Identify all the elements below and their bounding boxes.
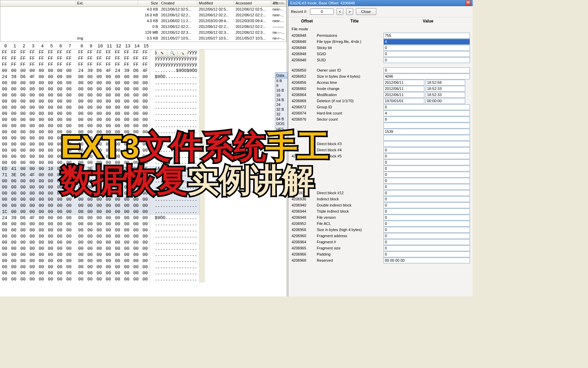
inode-value-input[interactable] [383,202,470,208]
hex-row[interactable]: FFFFFFFFFFFFFFFFFFFFFFFFFFFFFFFF ÿÿÿÿÿÿÿ… [0,62,199,68]
inode-value-input[interactable] [383,221,470,227]
hex-row[interactable]: 00000000000000000000000000000000 .......… [0,190,199,197]
inode-value-input[interactable] [383,57,470,63]
hex-row[interactable]: 00000000000000000000000000000000 .......… [0,270,199,276]
inode-value-time[interactable] [426,98,465,104]
inode-value-input[interactable] [383,147,470,153]
inode-value-input[interactable] [383,166,470,171]
table-row[interactable]: 4.0 KB2011/06/02 11:2...2012/03/20 09:4.… [0,18,286,24]
inode-value-date[interactable] [383,98,424,104]
arrow-icon[interactable]: ↘ [177,50,187,56]
inode-value-input[interactable] [383,51,470,57]
inode-value-input[interactable] [383,33,470,39]
col-name[interactable] [0,0,76,6]
inode-value-input[interactable] [383,239,470,245]
hex-row[interactable]: 00000000000000000000000000000000 .......… [0,148,199,154]
hex-row[interactable]: 00000000000000000000000000000000 .......… [0,203,199,209]
table-row[interactable]: 16.0 KB2012/06/12 02:2...2012/06/12 02:2… [0,13,286,18]
hex-row[interactable]: 1C000000000000000000000000000000 .......… [0,209,199,215]
pencil-icon[interactable]: ✎ [157,50,167,56]
col-size[interactable]: Size [138,0,160,6]
inode-value-input[interactable] [383,45,470,51]
next-button[interactable]: > [346,8,353,15]
hex-row[interactable]: 00000000000000000000000000000000 .......… [0,246,199,252]
inode-value-input[interactable] [383,215,470,220]
col-accessed[interactable]: Accessed [234,0,271,6]
inode-value-input[interactable] [383,129,470,135]
inode-value-input[interactable] [383,141,470,147]
window-close-icon[interactable]: ✕ [466,0,471,5]
record-input[interactable] [310,9,334,15]
hex-row[interactable]: 00000000000000000000000000000000 .......… [0,184,199,190]
hex-row[interactable]: 00000000000000000000000000000000 .......… [0,154,199,160]
table-row[interactable]: img0.5 KB2011/05/27 10:5...2011/05/27 10… [0,36,286,42]
hex-row[interactable]: 00000000000000002439D64F2439D64F .......… [0,68,199,74]
hex-row[interactable]: 2439D64F000000000000000000000000 $9ÖO...… [0,74,199,80]
hex-row[interactable]: 00000000000000000000000000000000 .......… [0,240,199,246]
hex-row[interactable]: 00000000000000000000000000000000 .......… [0,92,199,98]
hex-row[interactable]: 00000000000000000000000000000000 .......… [0,160,199,166]
inode-value-input[interactable] [383,184,470,190]
hex-row[interactable]: 00000000000000000000000000000000 .......… [0,129,199,135]
hex-row[interactable]: 00000000000000000000000000000000 .......… [0,264,199,270]
hex-row[interactable]: 713ED64F000000000000040008000000 q>ÖO...… [0,172,199,178]
inode-value-input[interactable] [383,209,470,214]
inode-value-input[interactable] [383,227,470,233]
hex-row[interactable]: 00000000000000000000000000000000 .......… [0,258,199,264]
inode-value-input[interactable] [383,117,470,122]
hex-body[interactable]: FFFFFFFFFFFFFFFFFFFFFFFFFFFFFFFF ÿÿÿÿÿÿÿ… [0,49,199,282]
hex-row[interactable]: 00000000000000000000000000000000 .......… [0,123,199,129]
hex-row[interactable]: 00000000000000000000000000000000 .......… [0,86,199,92]
inode-value-time[interactable] [426,86,465,92]
inode-value-time[interactable] [426,92,465,98]
zoom-icon[interactable]: 🔍 [167,50,177,56]
inode-value-input[interactable] [383,74,470,79]
hex-row[interactable]: 00000000000000000000000000000000 .......… [0,276,199,282]
inode-value-input[interactable] [383,110,470,116]
inode-value-input[interactable] [383,153,470,159]
hex-row[interactable]: 00000000000000000000000000000000 .......… [0,227,199,233]
inode-value-input[interactable] [383,245,470,251]
table-row[interactable]: 4.0 KB2012/06/12 02:5...2012/06/12 02:5.… [0,7,286,13]
hex-row[interactable]: 00000000000000000306000000000000 .......… [0,178,199,184]
inode-value-date[interactable] [383,80,424,86]
hex-row[interactable]: 00000000000000000000000000000000 .......… [0,111,199,117]
col-ext[interactable]: Ext. [76,0,138,6]
data-interpreter[interactable]: Data 8 B816 B1624 B2432 B3264 BDOSHFS [275,72,288,134]
inode-value-input[interactable] [383,123,470,128]
inode-value-date[interactable] [383,86,424,92]
prev-button[interactable]: < [337,8,343,15]
hex-row[interactable]: 00000000000000000000000000000000 .......… [0,80,199,86]
inode-value-time[interactable] [426,80,465,86]
hex-row[interactable]: 00000000000000000000000000000000 .......… [0,197,199,203]
inode-value-input[interactable] [383,233,470,239]
inode-value-input[interactable] [383,135,470,141]
hex-row[interactable]: 00000000000000000000000000000000 .......… [0,233,199,240]
hex-row[interactable]: 00000000000000000000000000000000 .......… [0,117,199,123]
hex-row[interactable]: 00000000000000000000000000000000 .......… [0,221,199,227]
col-created[interactable]: Created [160,0,197,6]
hex-row[interactable]: 2439D64F000000000000000000000000 $9ÖO...… [0,215,199,221]
inode-value-input[interactable] [383,251,470,257]
inode-value-date[interactable] [383,92,424,98]
inode-value-input[interactable] [383,172,470,178]
table-row[interactable]: 0 B2012/06/12 02:2...2012/06/12 02:2...2… [0,24,286,30]
table-row[interactable]: 128 MB2012/06/12 02:3...2012/06/12 02:3.… [0,30,286,36]
hex-row[interactable]: 00000000000000000000000000000000 .......… [0,252,199,258]
col-modified[interactable]: Modified [197,0,234,6]
hex-row[interactable]: 00000000000000000000000000000000 .......… [0,105,199,111]
close-button[interactable]: Close [356,8,376,15]
hex-row[interactable]: 00000000000000000000000000000000 .......… [0,98,199,105]
file-table-header[interactable]: Ext. Size Created Modified Accessed Attr… [0,0,286,7]
inode-value-input[interactable] [383,67,470,73]
hex-scrollbar[interactable] [199,49,205,282]
inode-value-input[interactable] [383,190,470,196]
inode-value-input[interactable] [383,196,470,202]
hex-row[interactable]: 00000000000000000000000000000000 .......… [0,141,199,148]
inode-value-input[interactable] [383,178,470,184]
inode-value-input[interactable] [383,159,470,165]
hex-row[interactable]: ED410000001000008A3ED64F713ED64F íA.....… [0,166,199,172]
inode-value-input[interactable] [383,258,470,263]
inode-value-input[interactable] [383,104,470,110]
hex-row[interactable]: 00000000000000000000000000000000 .......… [0,135,199,141]
